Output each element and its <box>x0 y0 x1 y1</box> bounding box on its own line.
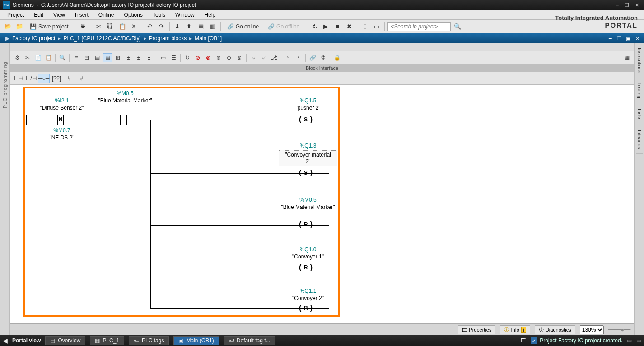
close-icon[interactable]: ✕ <box>632 1 641 9</box>
tab-instructions[interactable]: Instructions <box>636 43 643 78</box>
task-plc1[interactable]: ▦PLC_1 <box>90 336 124 345</box>
et-15-icon[interactable]: ☰ <box>169 53 178 62</box>
menu-project[interactable]: Project <box>3 11 28 19</box>
search-input[interactable] <box>387 22 451 31</box>
bc-2[interactable]: Program blocks <box>149 35 187 42</box>
et-26-icon[interactable]: ᶜ <box>294 53 303 62</box>
properties-panel-button[interactable]: 🗔 Properties <box>458 325 495 334</box>
et-5-icon[interactable]: 🔍 <box>58 53 67 62</box>
tab-libraries[interactable]: Libraries <box>636 125 643 154</box>
et-7-icon[interactable]: ⊟ <box>82 53 91 62</box>
palette-box-icon[interactable]: [??] <box>51 74 62 83</box>
et-8-icon[interactable]: ▤ <box>93 53 102 62</box>
et-27-icon[interactable]: 🔗 <box>308 53 317 62</box>
et-4-icon[interactable]: 📋 <box>44 53 53 62</box>
et-17-icon[interactable]: ⊘ <box>193 53 202 62</box>
split-v-icon[interactable]: ▭ <box>372 22 382 32</box>
stop-cpu-icon[interactable]: ■ <box>332 22 342 32</box>
coil-pusher-2[interactable]: (S) <box>299 115 313 125</box>
bc-3[interactable]: Main [OB1] <box>195 35 222 42</box>
contact-blue-material-marker[interactable] <box>118 115 129 125</box>
menu-options[interactable]: Options <box>120 11 147 19</box>
coil-convoyer-2-reset[interactable]: (R) <box>299 304 313 313</box>
et-3-icon[interactable]: 📄 <box>33 53 42 62</box>
palette-nc-contact-icon[interactable]: ⊢/⊣ <box>25 74 37 83</box>
palette-branch-icon[interactable]: ↳ <box>63 74 75 83</box>
task-main-ob1[interactable]: ▣Main (OB1) <box>173 336 219 345</box>
coil-convoyer-material-2[interactable]: (S) <box>299 169 313 178</box>
block-interface-header[interactable]: Block interface <box>10 64 634 72</box>
et-13-icon[interactable]: ± <box>145 53 154 62</box>
et-6-icon[interactable]: ≡ <box>72 53 81 62</box>
search-go-icon[interactable]: 🔍 <box>453 22 462 32</box>
editor-min-icon[interactable]: ━ <box>606 35 614 42</box>
go-online-button[interactable]: 🔗 Go online <box>224 22 262 32</box>
et-2-icon[interactable]: ✂ <box>23 53 32 62</box>
et-24-icon[interactable]: ⎇ <box>270 53 279 62</box>
cut-icon[interactable]: ✂ <box>94 22 104 32</box>
task-plctags[interactable]: 🏷PLC tags <box>129 336 169 345</box>
upload-icon[interactable]: ⬆ <box>184 22 194 32</box>
et-22-icon[interactable]: ⤷ <box>249 53 258 62</box>
palette-coil-icon[interactable]: ─○─ <box>38 74 50 83</box>
open-project-icon[interactable]: 📁 <box>14 22 24 32</box>
zoom-select[interactable]: 130% <box>580 325 604 334</box>
task-overview[interactable]: ▤Overview <box>45 336 85 345</box>
et-right-icon[interactable]: ▦ <box>622 53 631 62</box>
start-cpu-icon[interactable]: ▶ <box>321 22 331 32</box>
tab-tasks[interactable]: Tasks <box>636 103 643 125</box>
name-q13[interactable]: "Convoyer material 2" <box>279 150 337 166</box>
undo-icon[interactable]: ↶ <box>145 22 155 32</box>
minimize-icon[interactable]: ━ <box>612 1 621 9</box>
et-1-icon[interactable]: ⚙ <box>13 53 22 62</box>
go-offline-button[interactable]: 🔗 Go offline <box>264 22 303 32</box>
download-icon[interactable]: ⬇ <box>173 22 182 32</box>
accessible-devices-icon[interactable]: 🖧 <box>309 22 319 32</box>
compare-icon[interactable]: ▥ <box>208 22 218 32</box>
delete-icon[interactable]: ✕ <box>129 22 139 32</box>
et-20-icon[interactable]: ⊙ <box>224 53 233 62</box>
zoom-slider-icon[interactable]: ━━━━●━━ <box>608 327 630 333</box>
et-23-icon[interactable]: ⤶ <box>259 53 268 62</box>
new-project-icon[interactable]: 📂 <box>3 22 13 32</box>
diagnostics-panel-button[interactable]: 🛈 Diagnostics <box>535 325 575 334</box>
et-19-icon[interactable]: ⊕ <box>214 53 223 62</box>
ladder-area[interactable]: %I2.1 "Diffuse Sensor 2" N %M0.7 "NE DS … <box>10 85 634 323</box>
task-min-icon[interactable]: ▭ <box>627 337 632 344</box>
et-9-icon[interactable]: ▦ <box>103 53 112 62</box>
editor-float-icon[interactable]: ❐ <box>615 35 623 42</box>
breadcrumb-arrow-icon[interactable]: ▶ <box>5 35 9 42</box>
tab-testing[interactable]: Testing <box>636 78 643 103</box>
task-restore-icon[interactable]: ▭ <box>636 337 641 344</box>
info-panel-button[interactable]: ⓘ Info i <box>500 325 530 334</box>
menu-online[interactable]: Online <box>94 11 119 19</box>
left-sidebar[interactable]: PLC programming <box>0 43 10 335</box>
portal-view-label[interactable]: Portal view <box>12 337 41 344</box>
menu-window[interactable]: Window <box>171 11 199 19</box>
bc-0[interactable]: Factory IO project <box>12 35 55 42</box>
menu-insert[interactable]: Insert <box>70 11 93 19</box>
palette-branch-close-icon[interactable]: ↲ <box>76 74 88 83</box>
redo-icon[interactable]: ↷ <box>157 22 167 32</box>
bc-1[interactable]: PLC_1 [CPU 1212C AC/DC/Rly] <box>63 35 140 42</box>
coil-blue-material-marker-reset[interactable]: (R) <box>299 221 313 230</box>
et-14-icon[interactable]: ▭ <box>159 53 168 62</box>
task-default-tag[interactable]: 🏷Default tag t... <box>224 336 275 345</box>
editor-close-icon[interactable]: ✕ <box>633 35 641 42</box>
menu-tools[interactable]: Tools <box>148 11 170 19</box>
paste-icon[interactable]: 📋 <box>117 22 127 32</box>
menu-edit[interactable]: Edit <box>29 11 48 19</box>
force-icon[interactable]: ✖ <box>344 22 354 32</box>
portal-arrow-icon[interactable]: ◀ <box>3 337 8 344</box>
split-h-icon[interactable]: ▯ <box>360 22 370 32</box>
menu-help[interactable]: Help <box>200 11 220 19</box>
et-10-icon[interactable]: ⊞ <box>113 53 122 62</box>
compile-icon[interactable]: ▤ <box>196 22 206 32</box>
et-18-icon[interactable]: ⊗ <box>204 53 213 62</box>
contact-diffuse-sensor-2[interactable]: N <box>55 115 66 125</box>
et-29-icon[interactable]: 🔒 <box>332 53 341 62</box>
editor-max-icon[interactable]: ▣ <box>624 35 632 42</box>
et-11-icon[interactable]: ± <box>124 53 133 62</box>
et-16-icon[interactable]: ↻ <box>183 53 192 62</box>
copy-icon[interactable]: ⿻ <box>106 22 116 32</box>
